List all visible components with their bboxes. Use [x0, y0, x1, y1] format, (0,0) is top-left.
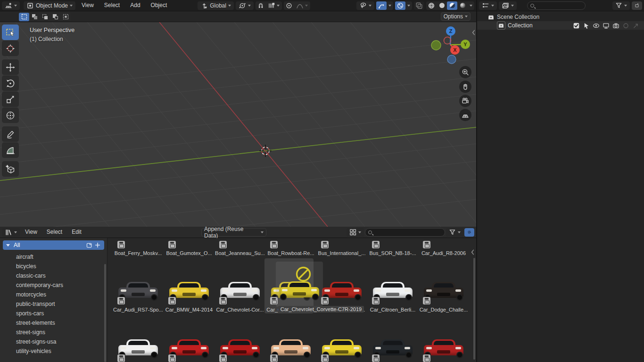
gizmos-dropdown[interactable]: [387, 1, 393, 10]
tool-rotate[interactable]: [2, 75, 19, 91]
asset-item[interactable]: Boat_Rowboat-Re...: [265, 238, 316, 257]
asset-sidebar-collapse-arrow[interactable]: [470, 248, 475, 256]
render-camera-icon[interactable]: [612, 22, 619, 29]
asset-menu-edit[interactable]: Edit: [67, 227, 86, 238]
camera-view-button[interactable]: [459, 95, 471, 107]
outliner-display-mode-dropdown[interactable]: [499, 1, 517, 10]
outliner-editor-type-button[interactable]: [479, 1, 497, 10]
tool-transform[interactable]: [2, 107, 19, 123]
pivot-point-dropdown[interactable]: [236, 1, 254, 10]
object-visibility-dropdown[interactable]: [356, 1, 374, 10]
options-dropdown[interactable]: Options: [441, 12, 471, 21]
asset-menu-select[interactable]: Select: [42, 227, 66, 238]
shading-rendered-button[interactable]: [457, 1, 468, 10]
show-gizmos-toggle[interactable]: [376, 1, 387, 10]
select-mode-new[interactable]: [19, 13, 29, 21]
catalog-item-bicycles[interactable]: bicycles: [0, 262, 107, 271]
catalog-item-utility-vehicles[interactable]: utility-vehicles: [0, 346, 107, 356]
new-collection-button[interactable]: [632, 1, 642, 10]
menu-view[interactable]: View: [77, 0, 98, 11]
selectable-cursor-icon[interactable]: [583, 22, 590, 29]
asset-item[interactable]: Car_BMW_M4-2014: [164, 262, 215, 314]
asset-item[interactable]: Bus_SOR_NB-18-...: [367, 238, 418, 257]
gizmo-neg-y-ball[interactable]: [431, 41, 441, 50]
asset-item[interactable]: Bus_International_...: [316, 238, 367, 257]
shading-solid-button[interactable]: [437, 1, 447, 10]
add-catalog-icon[interactable]: [94, 242, 101, 248]
tool-annotate[interactable]: [2, 126, 19, 142]
pan-button[interactable]: [459, 81, 471, 93]
asset-item[interactable]: [113, 320, 164, 362]
catalog-item-public-transport[interactable]: public-transport: [0, 299, 107, 309]
falloff-dropdown[interactable]: [294, 1, 310, 10]
menu-select[interactable]: Select: [100, 0, 124, 11]
show-overlays-toggle[interactable]: [395, 1, 405, 10]
asset-item[interactable]: Car_Citroen_Berli...: [367, 262, 418, 314]
asset-item[interactable]: [215, 320, 265, 362]
select-mode-extend[interactable]: [29, 13, 40, 21]
select-mode-subtract[interactable]: [40, 13, 50, 21]
tool-select-box[interactable]: [2, 25, 19, 40]
catalog-item-street-signs-usa[interactable]: street-signs-usa: [0, 337, 107, 346]
tool-move[interactable]: [2, 59, 19, 75]
gizmo-neg-x-ball[interactable]: [444, 37, 451, 44]
asset-editor-type-button[interactable]: [2, 228, 20, 237]
asset-item[interactable]: [418, 320, 469, 362]
xray-toggle[interactable]: [414, 1, 424, 10]
sidebar-collapse-arrow[interactable]: [471, 29, 476, 36]
catalog-item-classic-cars[interactable]: classic-cars: [0, 271, 107, 280]
select-mode-intersect[interactable]: [60, 13, 71, 21]
asset-search-input[interactable]: [365, 228, 445, 237]
transform-orientation-dropdown[interactable]: Global: [198, 1, 234, 10]
catalog-item-street-signs[interactable]: street-signs: [0, 328, 107, 337]
navigation-gizmo[interactable]: Z Y X: [428, 25, 475, 67]
tool-measure[interactable]: [2, 142, 19, 158]
asset-item[interactable]: Boat_Ferry_Moskv...: [113, 238, 164, 257]
asset-item[interactable]: Car_Chevrolet-Cor...: [215, 262, 265, 314]
asset-item[interactable]: Car_Audi_RS7-Spo...: [113, 262, 164, 314]
editor-type-button[interactable]: [2, 1, 20, 10]
gizmo-neg-z-ball[interactable]: [447, 55, 456, 64]
asset-grid-scrollbar[interactable]: [473, 258, 475, 360]
toggle-perspective-button[interactable]: [459, 109, 471, 121]
asset-item[interactable]: [164, 320, 215, 362]
proportional-editing-toggle[interactable]: [284, 1, 294, 10]
select-mode-invert[interactable]: [50, 13, 60, 21]
mode-dropdown[interactable]: Object Mode: [24, 1, 75, 10]
tool-cursor[interactable]: [2, 41, 19, 56]
catalog-item-street-elements[interactable]: street-elements: [0, 318, 107, 328]
shading-material-button[interactable]: [447, 1, 457, 10]
asset-item[interactable]: Car_Audi_R8-2006: [418, 238, 469, 257]
asset-item[interactable]: Boat_Gumotex_O...: [164, 238, 215, 257]
asset-item[interactable]: [316, 320, 367, 362]
menu-object[interactable]: Object: [147, 0, 172, 11]
viewport-canvas[interactable]: User Perspective (1) Collection Z Y X: [0, 22, 476, 227]
outliner-row-collection[interactable]: Collection: [477, 21, 644, 30]
tool-scale[interactable]: [2, 91, 19, 107]
import-method-dropdown[interactable]: Append (Reuse Data): [201, 228, 266, 237]
overlays-dropdown[interactable]: [405, 1, 412, 10]
viewport-disable-monitor-icon[interactable]: [603, 22, 610, 29]
snap-toggle[interactable]: [256, 1, 266, 10]
asset-item[interactable]: [265, 320, 316, 362]
filter-settings-button[interactable]: [464, 228, 474, 237]
asset-filter-dropdown[interactable]: [446, 228, 463, 237]
shading-wireframe-button[interactable]: [426, 1, 437, 10]
shading-dropdown[interactable]: [468, 1, 474, 10]
snap-to-dropdown[interactable]: [266, 1, 282, 10]
catalog-item-aircraft[interactable]: aircraft: [0, 252, 107, 262]
sidebar-scrollbar[interactable]: [104, 264, 106, 362]
asset-menu-view[interactable]: View: [21, 227, 41, 238]
hide-eye-icon[interactable]: [593, 22, 600, 29]
holdout-icon[interactable]: [622, 22, 629, 29]
catalog-all-row[interactable]: All: [3, 240, 104, 250]
menu-add[interactable]: Add: [126, 0, 144, 11]
catalog-item-contemporary-cars[interactable]: contemporary-cars: [0, 280, 107, 290]
outliner-filter-dropdown[interactable]: [612, 1, 630, 10]
tool-add-cube[interactable]: [2, 161, 19, 177]
asset-item[interactable]: Car_Dodge_Challe...: [418, 262, 469, 314]
catalog-item-motorcycles[interactable]: motorcycles: [0, 290, 107, 299]
display-size-dropdown[interactable]: [347, 228, 364, 237]
zoom-button[interactable]: [459, 66, 471, 78]
asset-item[interactable]: Boat_Jeanneau_Su...: [215, 238, 265, 257]
